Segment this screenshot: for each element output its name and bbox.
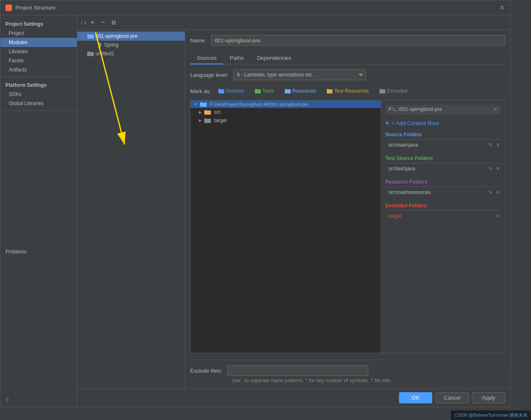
mark-excluded-label: Excluded [387,88,407,94]
sidebar-item-artifacts[interactable]: Artifacts [0,65,77,74]
close-button[interactable]: ✕ [499,5,505,11]
resource-folders-title: Resource Folders [385,179,501,185]
dialog-title: Project Structure [15,5,56,11]
title-bar: Project Structure ✕ [0,0,510,15]
resource-folder-remove-0[interactable]: ✕ [495,189,501,195]
module-tree-area: ▼ 001-spirngboot-pre ▶ 🍃 [77,30,185,388]
title-bar-left: Project Structure [5,5,56,11]
mark-resources-button[interactable]: Resources [281,87,319,95]
forward-button[interactable]: › [84,19,86,26]
src-expand-icon: ▶ [199,110,202,114]
mark-sources-button[interactable]: Sources [215,87,247,95]
sidebar-item-facets[interactable]: Facets [0,56,77,65]
target-expand-icon: ▶ [199,118,202,123]
mark-as-label: Mark as: [190,88,211,94]
name-label: Name: [190,37,206,44]
help-button[interactable]: ? [0,393,77,407]
module-toolbar: ‹ › + − ⧉ [77,15,510,30]
right-area: ‹ › + − ⧉ ▼ [77,15,510,407]
mark-test-resources-label: Test Resources [334,88,369,94]
source-folder-actions-0: ✎ ✕ [487,142,501,148]
file-tree-root-label: F:\ideaProject\SpringBoot-All\001-spirng… [210,102,308,107]
tree-item-spring[interactable]: ▶ 🍃 Spring [77,41,185,49]
section-divider-2 [385,163,501,163]
exclude-files-area: Exclude files: Use ; to separate name pa… [190,360,505,383]
tree-item-spring-label: Spring [104,42,119,48]
test-folder-edit-0[interactable]: ✎ [487,166,493,172]
svg-rect-0 [6,7,8,9]
name-row: Name: [190,35,505,46]
sidebar-item-project[interactable]: Project [0,29,77,38]
resource-folder-entry-0: src\main\resources ✎ ✕ [385,189,501,196]
root-expand-icon: ▼ [194,102,198,106]
cancel-button[interactable]: Cancel [436,392,469,403]
sidebar-item-global-libraries[interactable]: Global Libraries [0,99,77,108]
folder-path-text: F:\...\001-spirngboot-pre [389,106,442,112]
ok-button[interactable]: OK [399,392,432,403]
name-input[interactable] [211,35,505,46]
project-structure-dialog: Project Structure ✕ Project Settings Pro… [0,0,511,407]
file-tree-target-label: target [214,118,227,123]
test-folder-remove-0[interactable]: ✕ [495,166,501,172]
tab-bar: Sources Paths Dependencies [190,52,505,64]
tree-item-untitled1[interactable]: ▶ untitled1 [77,49,185,58]
test-folder-path-0: src\test\java [389,166,487,172]
watermark: CSDN @BelieveTomorrow 拥抱未来 [451,410,531,420]
mark-test-resources-button[interactable]: T Test Resources [323,87,372,95]
add-content-root-button[interactable]: + + Add Content Root [385,118,501,128]
tab-dependencies[interactable]: Dependencies [250,52,298,64]
apply-button[interactable]: Apply [472,392,505,403]
file-tree-panel: ▼ F:\ideaProject\SpringBoot-All\001-spir… [190,100,381,353]
mark-tests-label: Tests [262,88,274,94]
folder-icon-untitled1 [87,50,94,57]
spring-icon: 🍃 [96,42,103,48]
tree-arrow-root: ▼ [81,34,86,39]
sidebar-item-libraries[interactable]: Libraries [0,47,77,56]
section-divider-1 [385,139,501,140]
language-level-row: Language level: 3 - Enums, annotations e… [190,69,505,80]
tab-sources[interactable]: Sources [190,52,223,64]
tree-item-root[interactable]: ▼ 001-spirngboot-pre [77,32,185,41]
excluded-folder-remove-0[interactable]: ✕ [495,213,501,219]
folder-config-close[interactable]: ✕ [493,106,497,112]
folder-path-header: F:\...\001-spirngboot-pre ✕ [385,105,501,114]
back-button[interactable]: ‹ [81,19,83,26]
tree-item-root-label: 001-spirngboot-pre [95,33,137,39]
add-module-button[interactable]: + [88,18,97,27]
copy-module-button[interactable]: ⧉ [109,18,118,27]
source-folder-remove-0[interactable]: ✕ [495,142,501,148]
sidebar-divider-2 [0,111,77,111]
content-area: Project Settings Project Modules Librari… [0,15,510,407]
section-divider-4 [385,210,501,211]
mark-excluded-button[interactable]: Excluded [376,87,411,95]
language-level-select[interactable]: 3 - Enums, annotations etc.5 - Enums, ge… [233,69,366,80]
sidebar-item-modules[interactable]: Modules [0,38,77,47]
folder-icon-root [87,33,94,39]
remove-module-button[interactable]: − [98,18,108,27]
source-folder-entry-0: src\main\java ✎ ✕ [385,141,501,149]
exclude-files-hint: Use ; to separate name patterns, * for a… [190,378,505,383]
add-icon: + [385,119,389,127]
file-tree-src[interactable]: ▶ src [191,108,381,116]
file-tree-target[interactable]: ▶ target [191,116,381,125]
section-divider-3 [385,187,501,187]
source-folders-section: Source Folders src\main\java ✎ ✕ [385,132,501,149]
test-folder-entry-0: src\test\java ✎ ✕ [385,165,501,172]
tree-item-untitled1-label: untitled1 [95,51,114,56]
svg-rect-1 [9,5,11,7]
platform-settings-section: Platform Settings [0,80,77,90]
app-icon [5,5,12,11]
test-folder-actions-0: ✎ ✕ [487,166,501,172]
sidebar-item-problems[interactable]: Problems [0,246,77,257]
exclude-files-input[interactable] [227,365,368,376]
excluded-folder-path-0: target [389,213,495,219]
excluded-folder-entry-0: target ✕ [385,212,501,220]
resource-folder-edit-0[interactable]: ✎ [487,189,493,195]
file-tree-root[interactable]: ▼ F:\ideaProject\SpringBoot-All\001-spir… [191,101,381,108]
add-content-root-label: + Add Content Root [392,120,439,126]
source-folder-edit-0[interactable]: ✎ [487,142,493,148]
sidebar-item-sdks[interactable]: SDKs [0,90,77,99]
exclude-files-label: Exclude files: [190,368,222,374]
mark-tests-button[interactable]: Tests [252,87,277,95]
tab-paths[interactable]: Paths [223,52,250,64]
